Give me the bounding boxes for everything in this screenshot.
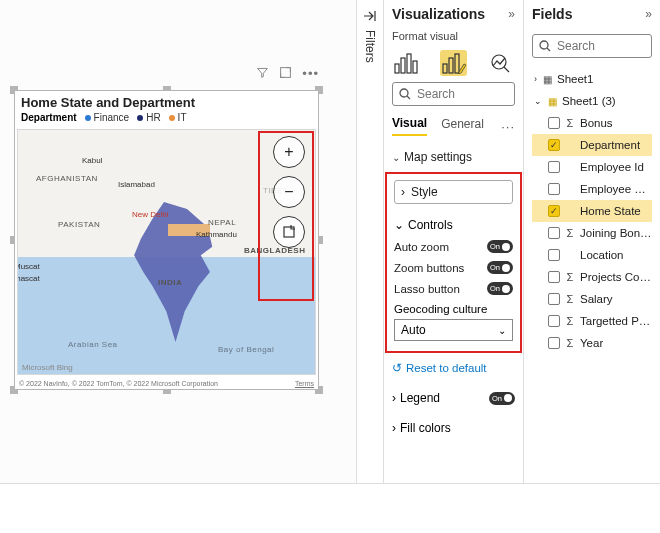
expand-filters-icon[interactable] bbox=[357, 10, 383, 22]
tab-general[interactable]: General bbox=[441, 117, 484, 135]
search-icon bbox=[539, 40, 551, 52]
sigma-icon: Σ bbox=[564, 337, 576, 349]
field-row[interactable]: ΣBonus bbox=[532, 112, 652, 134]
geocoding-value: Auto bbox=[401, 323, 426, 337]
svg-rect-6 bbox=[443, 64, 447, 73]
report-canvas[interactable]: ••• Home State and Department Department… bbox=[0, 0, 356, 483]
map-label: Arabian Sea bbox=[68, 340, 118, 349]
field-label: Salary bbox=[580, 293, 613, 305]
map-label: NEPAL bbox=[208, 218, 236, 227]
svg-rect-4 bbox=[407, 54, 411, 73]
zoom-in-button[interactable]: + bbox=[273, 136, 305, 168]
chevron-down-icon: ⌄ bbox=[498, 325, 506, 336]
map-visual[interactable]: Home State and Department Department Fin… bbox=[14, 90, 319, 390]
fields-pane-title: Fields bbox=[532, 6, 572, 22]
field-row[interactable]: ✓Department bbox=[532, 134, 652, 156]
controls-accordion[interactable]: ⌄ Controls bbox=[394, 218, 513, 232]
field-row[interactable]: ΣYear bbox=[532, 332, 652, 354]
field-row[interactable]: ΣTargetted Projects bbox=[532, 310, 652, 332]
field-row[interactable]: Employee Id bbox=[532, 156, 652, 178]
map-settings-accordion[interactable]: ⌄ Map settings bbox=[392, 150, 515, 164]
map-label: Islamabad bbox=[118, 180, 155, 189]
zoom-buttons-toggle[interactable]: On bbox=[487, 261, 513, 274]
field-checkbox[interactable] bbox=[548, 337, 560, 349]
tab-visual[interactable]: Visual bbox=[392, 116, 427, 136]
field-row[interactable]: Employee Name bbox=[532, 178, 652, 200]
field-checkbox[interactable] bbox=[548, 293, 560, 305]
sigma-icon: Σ bbox=[564, 227, 576, 239]
field-checkbox[interactable] bbox=[548, 271, 560, 283]
legend-toggle[interactable]: On bbox=[489, 392, 515, 405]
field-row[interactable]: ΣSalary bbox=[532, 288, 652, 310]
tabs-more-icon[interactable]: ··· bbox=[501, 119, 515, 134]
field-checkbox[interactable]: ✓ bbox=[548, 139, 560, 151]
filter-icon[interactable] bbox=[256, 66, 269, 81]
svg-rect-7 bbox=[449, 58, 453, 73]
format-search-input[interactable] bbox=[417, 87, 508, 101]
fill-colors-accordion[interactable]: › Fill colors bbox=[392, 421, 515, 435]
map-visual-container[interactable]: ••• Home State and Department Department… bbox=[14, 90, 319, 390]
zoom-controls: + − bbox=[273, 136, 309, 248]
chevron-down-icon: ⌄ bbox=[394, 218, 404, 232]
visual-legend: Department Finance HR IT bbox=[15, 110, 318, 125]
style-accordion[interactable]: › Style bbox=[394, 180, 513, 204]
format-tabs: Visual General ··· bbox=[392, 116, 515, 136]
map-label: mascat bbox=[17, 274, 40, 283]
format-mode-switcher bbox=[392, 50, 515, 76]
field-checkbox[interactable] bbox=[548, 227, 560, 239]
map-label: Muscat bbox=[17, 262, 40, 271]
field-checkbox[interactable] bbox=[548, 117, 560, 129]
more-options-icon[interactable]: ••• bbox=[302, 66, 319, 81]
collapse-pane-icon[interactable]: » bbox=[645, 7, 652, 21]
sigma-icon: Σ bbox=[564, 117, 576, 129]
field-checkbox[interactable] bbox=[548, 249, 560, 261]
map-label: AFGHANISTAN bbox=[36, 174, 98, 183]
legend-item[interactable]: Finance bbox=[85, 112, 130, 123]
lasso-button-toggle[interactable]: On bbox=[487, 282, 513, 295]
format-search[interactable] bbox=[392, 82, 515, 106]
svg-rect-8 bbox=[455, 54, 459, 73]
zoom-out-button[interactable]: − bbox=[273, 176, 305, 208]
format-visual-icon[interactable] bbox=[440, 50, 468, 76]
field-checkbox[interactable]: ✓ bbox=[548, 205, 560, 217]
field-label: Bonus bbox=[580, 117, 613, 129]
map-canvas[interactable]: AFGHANISTAN PAKISTAN INDIA NEPAL BANGLAD… bbox=[17, 129, 316, 375]
legend-field-label: Department bbox=[21, 112, 77, 123]
field-row[interactable]: Location bbox=[532, 244, 652, 266]
visual-action-bar: ••• bbox=[256, 66, 319, 81]
fields-search[interactable] bbox=[532, 34, 652, 58]
reset-to-default-link[interactable]: ↺ Reset to default bbox=[392, 361, 515, 375]
svg-rect-2 bbox=[395, 64, 399, 73]
legend-accordion[interactable]: › Legend bbox=[392, 391, 440, 405]
svg-point-9 bbox=[492, 55, 506, 69]
field-checkbox[interactable] bbox=[548, 161, 560, 173]
table-node[interactable]: › ▦ Sheet1 bbox=[532, 68, 652, 90]
field-row[interactable]: ΣProjects Complet... bbox=[532, 266, 652, 288]
analytics-icon[interactable] bbox=[487, 50, 515, 76]
field-label: Employee Id bbox=[580, 161, 644, 173]
viz-pane-subtitle: Format visual bbox=[392, 30, 515, 42]
build-visual-icon[interactable] bbox=[392, 50, 420, 76]
map-label: PAKISTAN bbox=[58, 220, 100, 229]
lasso-button[interactable] bbox=[273, 216, 305, 248]
field-label: Department bbox=[580, 139, 640, 151]
collapse-pane-icon[interactable]: » bbox=[508, 7, 515, 21]
table-node[interactable]: ⌄ ▦ Sheet1 (3) bbox=[532, 90, 652, 112]
sigma-icon: Σ bbox=[564, 293, 576, 305]
geocoding-select[interactable]: Auto ⌄ bbox=[394, 319, 513, 341]
map-label: Bay of Bengal bbox=[218, 345, 274, 354]
focus-mode-icon[interactable] bbox=[279, 66, 292, 81]
auto-zoom-toggle[interactable]: On bbox=[487, 240, 513, 253]
chevron-right-icon: › bbox=[534, 74, 537, 84]
filters-collapsed-rail[interactable]: Filters bbox=[356, 0, 383, 483]
field-row[interactable]: ✓Home State bbox=[532, 200, 652, 222]
fields-search-input[interactable] bbox=[557, 39, 645, 53]
map-terms-link[interactable]: Terms bbox=[295, 380, 314, 387]
legend-item[interactable]: HR bbox=[137, 112, 160, 123]
field-checkbox[interactable] bbox=[548, 183, 560, 195]
legend-item[interactable]: IT bbox=[169, 112, 187, 123]
field-row[interactable]: ΣJoining Bonus bbox=[532, 222, 652, 244]
visual-title: Home State and Department bbox=[15, 91, 318, 110]
field-checkbox[interactable] bbox=[548, 315, 560, 327]
style-label: Style bbox=[411, 185, 438, 199]
